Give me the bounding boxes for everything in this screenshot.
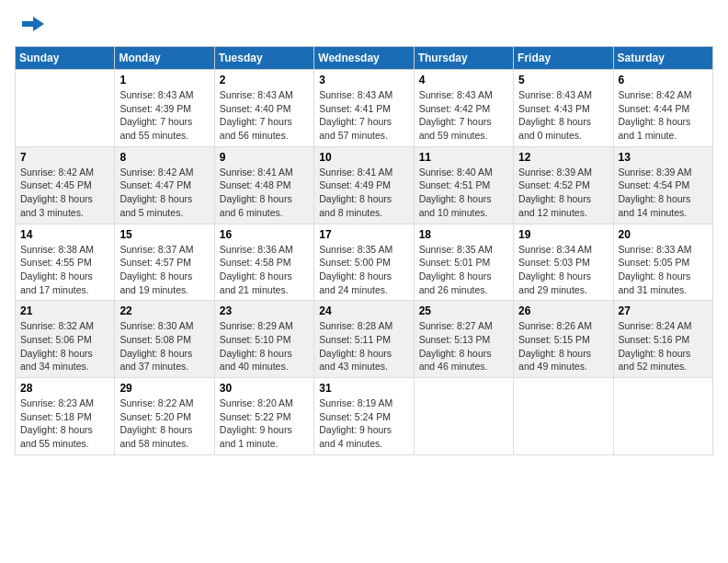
svg-marker-0 [22,17,44,31]
calendar-header-friday: Friday [514,47,613,70]
calendar-cell: 4Sunrise: 8:43 AM Sunset: 4:42 PM Daylig… [414,70,513,147]
calendar-header-monday: Monday [115,47,214,70]
day-number: 9 [220,151,309,164]
calendar-cell: 12Sunrise: 8:39 AM Sunset: 4:52 PM Dayli… [514,146,613,224]
day-number: 21 [20,304,109,317]
calendar-cell: 10Sunrise: 8:41 AM Sunset: 4:49 PM Dayli… [314,146,414,224]
calendar-cell [613,378,712,455]
day-number: 18 [419,228,508,241]
calendar-cell: 13Sunrise: 8:39 AM Sunset: 4:54 PM Dayli… [613,146,712,224]
day-info: Sunrise: 8:30 AM Sunset: 5:08 PM Dayligh… [119,319,209,373]
calendar-header-tuesday: Tuesday [214,47,313,70]
day-info: Sunrise: 8:20 AM Sunset: 5:22 PM Dayligh… [220,396,309,451]
calendar-cell: 23Sunrise: 8:29 AM Sunset: 5:10 PM Dayli… [214,301,313,378]
calendar-cell: 29Sunrise: 8:22 AM Sunset: 5:20 PM Dayli… [115,378,214,455]
day-number: 25 [419,304,508,317]
calendar-week-row: 21Sunrise: 8:32 AM Sunset: 5:06 PM Dayli… [16,301,713,378]
day-number: 24 [319,304,408,317]
calendar-cell: 21Sunrise: 8:32 AM Sunset: 5:06 PM Dayli… [16,301,115,378]
day-info: Sunrise: 8:43 AM Sunset: 4:42 PM Dayligh… [419,88,508,143]
day-number: 8 [119,151,209,164]
calendar-cell: 8Sunrise: 8:42 AM Sunset: 4:47 PM Daylig… [115,146,214,224]
day-number: 7 [20,151,109,164]
day-number: 1 [119,74,209,86]
day-number: 14 [20,228,109,241]
day-number: 13 [619,151,708,164]
calendar-cell: 9Sunrise: 8:41 AM Sunset: 4:48 PM Daylig… [214,146,313,224]
calendar-cell: 20Sunrise: 8:33 AM Sunset: 5:05 PM Dayli… [613,224,712,301]
day-info: Sunrise: 8:41 AM Sunset: 4:49 PM Dayligh… [319,166,408,220]
calendar-week-row: 1Sunrise: 8:43 AM Sunset: 4:39 PM Daylig… [16,70,713,147]
day-number: 15 [119,228,209,241]
calendar-week-row: 7Sunrise: 8:42 AM Sunset: 4:45 PM Daylig… [16,146,713,224]
calendar-cell: 7Sunrise: 8:42 AM Sunset: 4:45 PM Daylig… [16,146,115,224]
day-number: 2 [220,74,309,86]
calendar-cell: 19Sunrise: 8:34 AM Sunset: 5:03 PM Dayli… [514,224,613,301]
day-info: Sunrise: 8:35 AM Sunset: 5:00 PM Dayligh… [319,243,408,297]
calendar-week-row: 14Sunrise: 8:38 AM Sunset: 4:55 PM Dayli… [16,224,713,301]
calendar-cell [514,378,613,455]
day-info: Sunrise: 8:42 AM Sunset: 4:45 PM Dayligh… [20,166,109,220]
day-number: 17 [319,228,408,241]
day-info: Sunrise: 8:28 AM Sunset: 5:11 PM Dayligh… [319,319,408,373]
day-info: Sunrise: 8:24 AM Sunset: 5:16 PM Dayligh… [619,319,708,373]
day-number: 10 [319,151,408,164]
page-header [15,15,713,37]
calendar-cell: 24Sunrise: 8:28 AM Sunset: 5:11 PM Dayli… [314,301,414,378]
day-number: 6 [619,74,708,86]
day-info: Sunrise: 8:39 AM Sunset: 4:54 PM Dayligh… [619,166,708,220]
day-number: 20 [619,228,708,241]
day-number: 3 [319,74,408,86]
calendar-cell: 26Sunrise: 8:26 AM Sunset: 5:15 PM Dayli… [514,301,613,378]
calendar-header-saturday: Saturday [613,47,712,70]
day-number: 28 [20,382,109,395]
day-info: Sunrise: 8:33 AM Sunset: 5:05 PM Dayligh… [619,243,708,297]
day-number: 4 [419,74,508,86]
calendar-cell: 5Sunrise: 8:43 AM Sunset: 4:43 PM Daylig… [514,70,613,147]
day-info: Sunrise: 8:29 AM Sunset: 5:10 PM Dayligh… [220,319,309,373]
day-info: Sunrise: 8:32 AM Sunset: 5:06 PM Dayligh… [20,319,109,373]
logo-icon [15,15,44,37]
day-info: Sunrise: 8:42 AM Sunset: 4:44 PM Dayligh… [619,88,708,143]
day-number: 26 [518,304,608,317]
calendar-cell: 18Sunrise: 8:35 AM Sunset: 5:01 PM Dayli… [414,224,513,301]
day-number: 5 [518,74,608,86]
calendar-cell [16,70,115,147]
day-number: 30 [220,382,309,395]
calendar-header-thursday: Thursday [414,47,513,70]
day-info: Sunrise: 8:43 AM Sunset: 4:39 PM Dayligh… [119,88,209,143]
day-number: 31 [319,382,408,395]
day-info: Sunrise: 8:27 AM Sunset: 5:13 PM Dayligh… [419,319,508,373]
calendar-cell: 27Sunrise: 8:24 AM Sunset: 5:16 PM Dayli… [613,301,712,378]
calendar-cell: 31Sunrise: 8:19 AM Sunset: 5:24 PM Dayli… [314,378,414,455]
day-info: Sunrise: 8:35 AM Sunset: 5:01 PM Dayligh… [419,243,508,297]
day-info: Sunrise: 8:43 AM Sunset: 4:43 PM Dayligh… [518,88,608,143]
day-info: Sunrise: 8:42 AM Sunset: 4:47 PM Dayligh… [119,166,209,220]
calendar-cell: 28Sunrise: 8:23 AM Sunset: 5:18 PM Dayli… [16,378,115,455]
day-number: 22 [119,304,209,317]
calendar-cell: 22Sunrise: 8:30 AM Sunset: 5:08 PM Dayli… [115,301,214,378]
calendar-header-row: SundayMondayTuesdayWednesdayThursdayFrid… [16,47,713,70]
calendar-cell: 1Sunrise: 8:43 AM Sunset: 4:39 PM Daylig… [115,70,214,147]
day-number: 27 [619,304,708,317]
day-number: 16 [220,228,309,241]
calendar-cell: 15Sunrise: 8:37 AM Sunset: 4:57 PM Dayli… [115,224,214,301]
calendar-cell: 3Sunrise: 8:43 AM Sunset: 4:41 PM Daylig… [314,70,414,147]
day-info: Sunrise: 8:37 AM Sunset: 4:57 PM Dayligh… [119,243,209,297]
day-number: 23 [220,304,309,317]
calendar-cell: 14Sunrise: 8:38 AM Sunset: 4:55 PM Dayli… [16,224,115,301]
calendar-cell [414,378,513,455]
day-info: Sunrise: 8:22 AM Sunset: 5:20 PM Dayligh… [119,396,209,451]
calendar-cell: 16Sunrise: 8:36 AM Sunset: 4:58 PM Dayli… [214,224,313,301]
day-info: Sunrise: 8:34 AM Sunset: 5:03 PM Dayligh… [518,243,608,297]
calendar-header-sunday: Sunday [16,47,115,70]
calendar-cell: 6Sunrise: 8:42 AM Sunset: 4:44 PM Daylig… [613,70,712,147]
day-info: Sunrise: 8:43 AM Sunset: 4:40 PM Dayligh… [220,88,309,143]
logo [15,15,48,37]
day-info: Sunrise: 8:39 AM Sunset: 4:52 PM Dayligh… [518,166,608,220]
day-info: Sunrise: 8:19 AM Sunset: 5:24 PM Dayligh… [319,396,408,451]
day-number: 29 [119,382,209,395]
calendar-table: SundayMondayTuesdayWednesdayThursdayFrid… [15,46,713,455]
calendar-cell: 2Sunrise: 8:43 AM Sunset: 4:40 PM Daylig… [214,70,313,147]
day-number: 12 [518,151,608,164]
